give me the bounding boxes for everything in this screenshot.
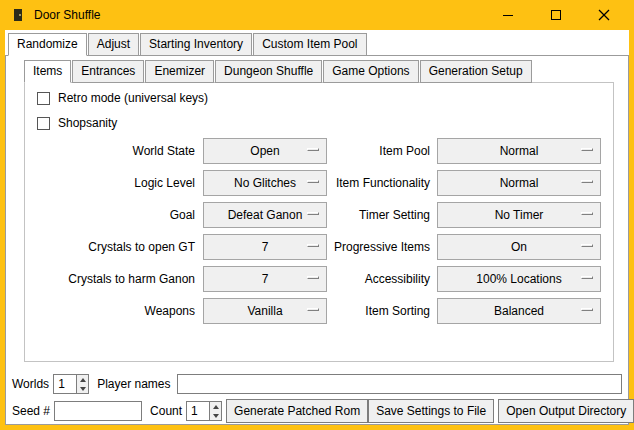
tab-adjust[interactable]: Adjust — [88, 33, 139, 56]
fields-grid: World State Open Item Pool Normal Logic … — [25, 138, 613, 324]
timer-setting-dropdown[interactable]: No Timer — [437, 202, 601, 228]
item-pool-label: Item Pool — [327, 144, 430, 158]
crystals-gt-label: Crystals to open GT — [25, 240, 195, 254]
maximize-icon — [550, 9, 562, 21]
subtab-dungeon-shuffle[interactable]: Dungeon Shuffle — [215, 60, 322, 83]
worlds-spin-up[interactable] — [77, 375, 88, 384]
dropdown-indicator-icon — [581, 212, 593, 215]
goal-dropdown[interactable]: Defeat Ganon — [203, 202, 327, 228]
dropdown-indicator-icon — [307, 276, 319, 279]
window-title: Door Shuffle — [34, 8, 101, 22]
dropdown-indicator-icon — [307, 244, 319, 247]
subtab-entrances[interactable]: Entrances — [72, 60, 144, 83]
tab-randomize[interactable]: Randomize — [8, 33, 87, 56]
seed-row: Seed # Count 1 Generate Patched Rom Save… — [12, 399, 622, 423]
worlds-spin-down[interactable] — [77, 384, 88, 393]
dropdown-indicator-icon — [307, 148, 319, 151]
count-spin-up[interactable] — [210, 402, 221, 411]
generate-patched-rom-button[interactable]: Generate Patched Rom — [226, 399, 368, 423]
main-tabbar: Randomize Adjust Starting Inventory Cust… — [8, 33, 368, 56]
retro-mode-label: Retro mode (universal keys) — [58, 91, 208, 105]
item-functionality-dropdown[interactable]: Normal — [437, 170, 601, 196]
dropdown-indicator-icon — [581, 308, 593, 311]
field-row: Logic Level No Glitches Item Functionali… — [25, 170, 613, 196]
subtab-game-options[interactable]: Game Options — [323, 60, 418, 83]
dropdown-indicator-icon — [307, 212, 319, 215]
titlebar: Door Shuffle — [0, 0, 634, 30]
dropdown-indicator-icon — [307, 308, 319, 311]
player-names-input[interactable] — [177, 374, 623, 394]
count-label: Count — [150, 404, 182, 418]
app-icon — [10, 7, 26, 23]
item-sorting-label: Item Sorting — [327, 304, 430, 318]
arrow-up-icon — [80, 378, 86, 382]
subtab-items[interactable]: Items — [24, 60, 71, 83]
crystals-ganon-label: Crystals to harm Ganon — [25, 272, 195, 286]
crystals-ganon-dropdown[interactable]: 7 — [203, 266, 327, 292]
close-button[interactable] — [580, 0, 628, 30]
dropdown-indicator-icon — [581, 180, 593, 183]
accessibility-dropdown[interactable]: 100% Locations — [437, 266, 601, 292]
accessibility-label: Accessibility — [327, 272, 430, 286]
worlds-spinner[interactable]: 1 — [53, 374, 89, 394]
retro-mode-checkbox[interactable] — [37, 92, 50, 105]
logic-level-dropdown[interactable]: No Glitches — [203, 170, 327, 196]
count-spin-down[interactable] — [210, 411, 221, 420]
field-row: Goal Defeat Ganon Timer Setting No Timer — [25, 202, 613, 228]
goal-label: Goal — [25, 208, 195, 222]
worlds-row: Worlds 1 Player names — [12, 373, 622, 395]
client-area: Randomize Adjust Starting Inventory Cust… — [5, 30, 629, 425]
subtab-generation-setup[interactable]: Generation Setup — [420, 60, 532, 83]
field-row: Weapons Vanilla Item Sorting Balanced — [25, 298, 613, 324]
world-state-dropdown[interactable]: Open — [203, 138, 327, 164]
worlds-label: Worlds — [12, 377, 49, 391]
close-icon — [598, 9, 610, 21]
dropdown-indicator-icon — [581, 276, 593, 279]
subtab-enemizer[interactable]: Enemizer — [145, 60, 214, 83]
open-output-directory-button[interactable]: Open Output Directory — [498, 399, 634, 423]
randomize-pane: Items Entrances Enemizer Dungeon Shuffle… — [5, 55, 629, 425]
arrow-up-icon — [213, 405, 219, 409]
minimize-button[interactable] — [484, 0, 532, 30]
field-row: Crystals to harm Ganon 7 Accessibility 1… — [25, 266, 613, 292]
save-settings-button[interactable]: Save Settings to File — [368, 399, 494, 423]
arrow-down-icon — [80, 387, 86, 391]
field-row: Crystals to open GT 7 Progressive Items … — [25, 234, 613, 260]
weapons-dropdown[interactable]: Vanilla — [203, 298, 327, 324]
tab-starting-inventory[interactable]: Starting Inventory — [140, 33, 252, 56]
player-names-label: Player names — [97, 377, 170, 391]
count-spinner[interactable]: 1 — [186, 401, 222, 421]
item-sorting-dropdown[interactable]: Balanced — [437, 298, 601, 324]
logic-level-label: Logic Level — [25, 176, 195, 190]
dropdown-indicator-icon — [581, 244, 593, 247]
dropdown-indicator-icon — [307, 180, 319, 183]
item-pool-dropdown[interactable]: Normal — [437, 138, 601, 164]
dropdown-indicator-icon — [581, 148, 593, 151]
weapons-label: Weapons — [25, 304, 195, 318]
items-pane: Retro mode (universal keys) Shopsanity W… — [24, 82, 614, 362]
world-state-label: World State — [25, 144, 195, 158]
seed-label: Seed # — [12, 404, 50, 418]
tab-custom-item-pool[interactable]: Custom Item Pool — [253, 33, 366, 56]
retro-mode-row: Retro mode (universal keys) — [37, 91, 613, 105]
progressive-items-dropdown[interactable]: On — [437, 234, 601, 260]
shopsanity-row: Shopsanity — [37, 116, 613, 130]
seed-input[interactable] — [54, 401, 142, 421]
door-shuffle-window: { "colors": { "titlebar": "#fec112", "pa… — [0, 0, 634, 430]
window-controls — [484, 0, 628, 30]
field-row: World State Open Item Pool Normal — [25, 138, 613, 164]
sub-tabbar: Items Entrances Enemizer Dungeon Shuffle… — [24, 60, 533, 83]
arrow-down-icon — [213, 414, 219, 418]
item-functionality-label: Item Functionality — [327, 176, 430, 190]
shopsanity-checkbox[interactable] — [37, 117, 50, 130]
minimize-icon — [502, 9, 514, 21]
crystals-gt-dropdown[interactable]: 7 — [203, 234, 327, 260]
timer-setting-label: Timer Setting — [327, 208, 430, 222]
shopsanity-label: Shopsanity — [58, 116, 117, 130]
progressive-items-label: Progressive Items — [327, 240, 430, 254]
maximize-button[interactable] — [532, 0, 580, 30]
